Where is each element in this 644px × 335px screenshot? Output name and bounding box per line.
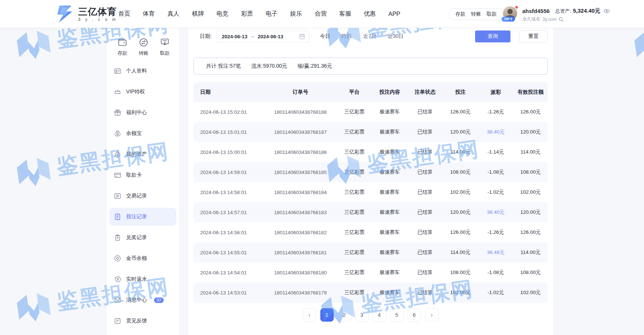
cell-order: 1801140603438768185 [264, 162, 337, 182]
cell-valid: 114.00元 [513, 242, 548, 262]
main-nav: 首页体育真人棋牌电竞彩票电子娱乐合营客服优惠APP [118, 0, 400, 28]
page-button[interactable]: 3 [355, 308, 369, 322]
username: ahsfd4556 [522, 8, 550, 14]
watermark-logo-icon [13, 25, 55, 67]
transfer-arrows-icon [139, 38, 148, 47]
quick-date-button[interactable]: 昨日 [336, 33, 358, 40]
nav-link[interactable]: 娱乐 [290, 10, 302, 18]
nav-link[interactable]: 真人 [167, 10, 179, 18]
quick-action-withdraw[interactable]: 取款 [160, 38, 170, 57]
cell-status: 已结算 [407, 102, 443, 122]
sidebar-item-coin-balance[interactable]: 金币余额 [109, 248, 176, 269]
date-filter-label: 日期: [200, 33, 212, 40]
table-row: 2024-06-13 15:02:01 1801140603438768188 … [193, 102, 548, 122]
wallet-action-button[interactable]: 转账 [471, 11, 481, 17]
nav-link[interactable]: APP [388, 11, 400, 17]
quick-action-deposit[interactable]: 存款 [118, 38, 127, 57]
toggle-balance-eye-icon[interactable] [603, 9, 610, 13]
cell-valid: 114.00元 [513, 142, 548, 162]
page-button[interactable]: 6 [408, 308, 421, 322]
sidebar-item-realtime-rebate[interactable]: 实时返水 [109, 269, 176, 290]
page-button[interactable]: ‹ [303, 308, 316, 322]
nav-link[interactable]: 首页 [118, 10, 130, 18]
quick-action-label: 转账 [139, 50, 148, 57]
wallet-action-button[interactable]: 存款 [455, 11, 465, 17]
cell-payout: 38.40元 [478, 202, 513, 222]
sidebar-item-message-center[interactable]: 消息中心 37 [109, 290, 176, 310]
col-header-payout: 派彩 [478, 82, 513, 102]
page-button[interactable]: 1 [320, 308, 334, 322]
summary-total-bets: 共计 投注:57笔 [206, 63, 241, 70]
sidebar-item-vip[interactable]: VIP特权 [109, 81, 176, 102]
page-button[interactable]: › [425, 308, 439, 322]
sidebar-item-transactions[interactable]: 交易记录 [109, 186, 176, 206]
permanent-domain-label: 永久域名: [522, 16, 541, 22]
nav-link[interactable]: 体育 [143, 10, 155, 18]
cell-status: 已结算 [407, 283, 443, 303]
summary-winloss: 输/赢:291.36元 [298, 63, 332, 70]
sidebar-item-bet-records[interactable]: 投注记录 [109, 208, 176, 226]
sidebar-item-welfare[interactable]: 福利中心 [109, 102, 176, 123]
nav-link[interactable]: 电竞 [217, 10, 228, 18]
sidebar-item-assets[interactable]: 我的资产 [109, 144, 176, 165]
quick-action-transfer[interactable]: 转账 [139, 38, 148, 57]
table-row: 2024-06-13 14:53:01 1801140603438768179 … [193, 283, 548, 303]
quick-date-button[interactable]: 近7日 [358, 33, 382, 40]
cell-valid: 108.00元 [513, 262, 548, 283]
col-header-status: 注单状态 [407, 82, 443, 102]
cell-status: 已结算 [407, 162, 443, 182]
nav-link[interactable]: 合营 [315, 10, 327, 18]
sidebar-item-redeem-records[interactable]: 兑奖记录 [109, 227, 176, 248]
nav-link[interactable]: 优惠 [364, 10, 376, 18]
cell-bet: 108.00元 [443, 162, 478, 182]
cell-order: 1801140603438768188 [264, 102, 337, 122]
main-content: 日期: 2024-06-13 ~ 2024-06-13 今日昨日近7日近30日 … [188, 28, 553, 335]
sidebar-item-yuebao[interactable]: 余额宝 [109, 123, 176, 144]
notification-dot [515, 6, 518, 9]
page-button[interactable]: 4 [373, 308, 386, 322]
page-button[interactable]: 5 [390, 308, 404, 322]
cell-date: 2024-06-13 14:59:01 [193, 162, 264, 182]
calendar-icon[interactable] [299, 33, 305, 39]
cell-bet: 126.00元 [443, 222, 478, 242]
nav-link[interactable]: 棋牌 [192, 10, 204, 18]
user-avatar[interactable]: VIP 0 [503, 6, 518, 21]
cell-order: 1801140603438768181 [264, 242, 337, 262]
cell-payout: -1.26元 [478, 222, 513, 242]
sidebar-quick-actions: 存款 转账 取款 [106, 38, 179, 57]
cell-valid: 120.00元 [513, 122, 548, 142]
nav-link[interactable]: 电子 [266, 10, 278, 18]
date-range-input[interactable]: 2024-06-13 ~ 2024-06-13 [216, 31, 309, 42]
date-to-value: 2024-06-13 [258, 34, 283, 39]
sidebar-item-feedback[interactable]: 意见反馈 [109, 310, 176, 331]
quick-action-label: 存款 [118, 50, 127, 57]
quick-date-button[interactable]: 近30日 [382, 33, 410, 40]
cell-payout: 36.48元 [478, 242, 513, 262]
reset-button[interactable]: 重置 [519, 30, 548, 42]
brand[interactable]: 三亿体育 3 y . c o m [55, 5, 118, 23]
user-info: ahsfd4556 总资产: 5,324.40元 永久域名: 3y.com [522, 7, 610, 22]
page-button[interactable]: 2 [338, 308, 351, 322]
cell-valid: 102.00元 [513, 182, 548, 202]
table-row: 2024-06-13 15:00:01 1801140603438768186 … [193, 142, 548, 162]
quick-date-button[interactable]: 今日 [314, 33, 336, 40]
cell-bet: 114.00元 [443, 242, 478, 262]
watermark-logo-icon [13, 152, 55, 194]
wallet-action-button[interactable]: 取款 [487, 11, 497, 17]
sidebar-item-profile[interactable]: 个人资料 [109, 61, 176, 81]
cell-valid: 126.00元 [513, 222, 548, 242]
summary-bar: 共计 投注:57笔 流水:5970.00元 输/赢:291.36元 [193, 58, 548, 75]
search-domain-icon[interactable] [558, 17, 564, 22]
cell-order: 1801140603438768182 [264, 222, 337, 242]
pagination: ‹123456› [193, 308, 548, 322]
table-row: 2024-06-13 14:59:01 1801140603438768185 … [193, 162, 548, 182]
cell-content: 极速赛车 [372, 202, 407, 222]
table-row: 2024-06-13 14:56:01 1801140603438768182 … [193, 222, 548, 242]
nav-link[interactable]: 彩票 [241, 10, 253, 18]
col-header-date: 日期 [193, 82, 264, 102]
sidebar-item-withdraw-card[interactable]: 取款卡 [109, 165, 176, 186]
deposit-wallet-icon [118, 38, 127, 47]
nav-link[interactable]: 客服 [339, 10, 351, 18]
cell-date: 2024-06-13 14:53:01 [193, 283, 264, 303]
search-button[interactable]: 查询 [475, 30, 510, 42]
